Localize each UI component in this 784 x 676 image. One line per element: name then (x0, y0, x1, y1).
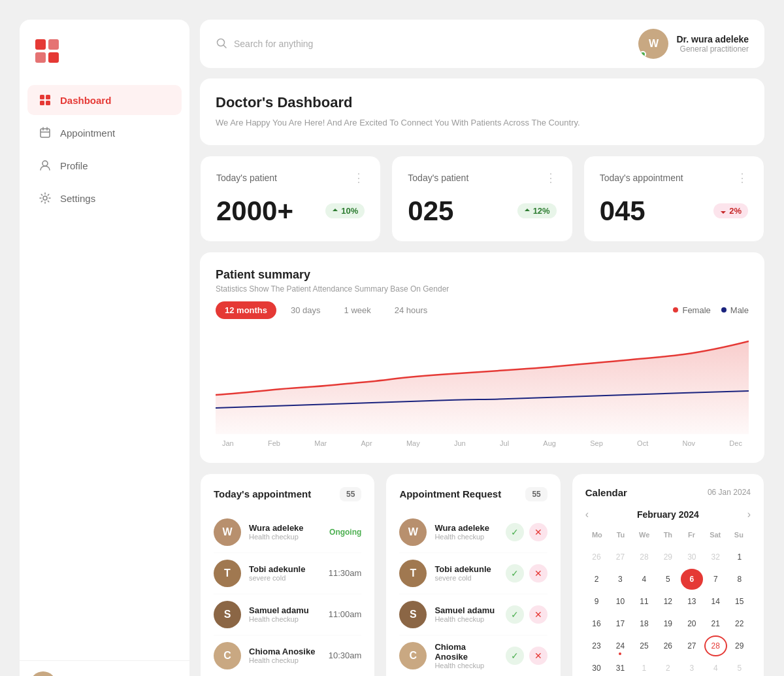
today-appointments-title: Today's appointment (214, 488, 311, 499)
stat-value-1: 025 (408, 195, 453, 227)
cal-cell[interactable]: 16 (585, 613, 608, 634)
appointment-icon (38, 126, 52, 140)
sidebar-user-avatar: W (30, 671, 56, 677)
filter-12months[interactable]: 12 months (216, 301, 276, 319)
cal-cell[interactable]: 14 (704, 591, 727, 612)
cal-cell[interactable]: 30 (585, 658, 608, 677)
request-name-3: Chioma Anosike (434, 642, 497, 662)
cal-cell[interactable]: 9 (585, 591, 608, 612)
patient-avatar-3: C (214, 642, 241, 669)
approve-button-2[interactable]: ✓ (506, 605, 524, 624)
patient-condition-2: Health checkup (249, 615, 321, 623)
sidebar-item-profile[interactable]: Profile (27, 150, 182, 180)
svg-point-13 (43, 196, 47, 200)
cal-cell[interactable]: 11 (633, 591, 655, 612)
cal-cell[interactable]: 25 (633, 635, 655, 656)
cal-cell[interactable]: 1 (728, 547, 751, 567)
cal-cell[interactable]: 6 (681, 569, 703, 590)
reject-button-3[interactable]: ✕ (529, 647, 547, 665)
cal-cell[interactable]: 24 (609, 635, 631, 656)
cal-cell[interactable]: 2 (585, 569, 608, 590)
cal-cell[interactable]: 28 (633, 547, 655, 567)
cal-cell[interactable]: 18 (633, 613, 655, 634)
cal-cell[interactable]: 5 (728, 658, 751, 677)
cal-cell[interactable]: 29 (728, 635, 751, 656)
dashboard-header: Doctor's Dashboard We Are Happy You Are … (200, 78, 764, 145)
svg-rect-2 (35, 52, 46, 63)
cal-cell[interactable]: 2 (657, 658, 679, 677)
cal-cell[interactable]: 19 (657, 613, 679, 634)
cal-cell[interactable]: 21 (704, 613, 727, 634)
reject-button-2[interactable]: ✕ (529, 605, 547, 624)
reject-button-0[interactable]: ✕ (529, 523, 547, 541)
calendar-prev-button[interactable]: ‹ (585, 509, 589, 520)
chart-legend: Female Male (673, 305, 749, 315)
stat-card-2: Today's appointment ⋮ 045 2% (583, 156, 764, 242)
cal-cell[interactable]: 8 (728, 569, 751, 590)
cal-cell[interactable]: 20 (681, 613, 703, 634)
filter-24hours[interactable]: 24 hours (385, 301, 437, 319)
cal-cell[interactable]: 1 (633, 658, 655, 677)
patient-name-3: Chioma Anosike (249, 647, 321, 656)
legend-female: Female (673, 305, 710, 315)
month-jun: Jun (454, 439, 466, 447)
cal-cell[interactable]: 29 (657, 547, 679, 567)
cal-cell[interactable]: 13 (681, 591, 703, 612)
cal-cell[interactable]: 32 (704, 547, 727, 567)
stat-badge-0: 10% (325, 203, 365, 218)
month-mar: Mar (314, 439, 327, 447)
cal-cell[interactable]: 10 (609, 591, 631, 612)
month-jan: Jan (222, 439, 234, 447)
stat-menu-1[interactable]: ⋮ (545, 171, 557, 185)
stat-value-0: 2000+ (216, 195, 293, 227)
cal-cell[interactable]: 26 (585, 547, 608, 567)
cal-cell[interactable]: 17 (609, 613, 631, 634)
patient-name-2: Samuel adamu (249, 605, 321, 615)
stat-menu-0[interactable]: ⋮ (353, 171, 365, 185)
sidebar-item-appointment[interactable]: Appointment (27, 118, 182, 148)
calendar-grid: 2627282930321234567891011121314151617181… (585, 547, 751, 677)
day-label-tu: Tu (609, 528, 632, 541)
search-area[interactable]: Search for anything (216, 37, 313, 51)
cal-cell[interactable]: 23 (585, 635, 608, 656)
search-placeholder-text: Search for anything (234, 39, 313, 49)
request-avatar-2: S (399, 601, 427, 628)
cal-cell[interactable]: 30 (681, 547, 703, 567)
calendar-current-date: 06 Jan 2024 (708, 488, 751, 497)
cal-cell[interactable]: 5 (657, 569, 679, 590)
dashboard-subtitle: We Are Happy You Are Here! And Are Excit… (216, 116, 749, 129)
cal-cell[interactable]: 4 (633, 569, 655, 590)
cal-cell[interactable]: 15 (728, 591, 751, 612)
filter-1week[interactable]: 1 week (335, 301, 380, 319)
cal-cell[interactable]: 12 (657, 591, 679, 612)
cal-cell[interactable]: 27 (609, 547, 631, 567)
sidebar-item-dashboard[interactable]: Dashboard (27, 85, 182, 115)
dashboard-title: Doctor's Dashboard (216, 94, 749, 111)
cal-cell[interactable]: 7 (704, 569, 727, 590)
month-dec: Dec (729, 439, 742, 447)
approve-button-1[interactable]: ✓ (506, 564, 524, 583)
request-avatar-1: T (399, 560, 427, 587)
appointment-status-0: Ongoing (329, 528, 361, 537)
cal-cell[interactable]: 27 (681, 635, 703, 656)
approve-button-0[interactable]: ✓ (506, 523, 524, 541)
dashboard-icon (38, 93, 52, 107)
cal-cell[interactable]: 31 (609, 658, 631, 677)
day-label-su: Su (727, 528, 751, 541)
cal-cell[interactable]: 26 (657, 635, 679, 656)
profile-icon (38, 158, 52, 173)
cal-cell[interactable]: 3 (681, 658, 703, 677)
approve-button-3[interactable]: ✓ (506, 647, 524, 665)
reject-button-1[interactable]: ✕ (529, 564, 547, 583)
cal-cell[interactable]: 4 (704, 658, 727, 677)
cal-cell[interactable]: 28 (704, 635, 727, 656)
filter-30days[interactable]: 30 days (282, 301, 330, 319)
calendar-next-button[interactable]: › (747, 509, 751, 520)
sidebar-item-settings[interactable]: Settings (27, 183, 182, 213)
cal-cell[interactable]: 22 (728, 613, 751, 634)
cal-cell[interactable]: 3 (609, 569, 631, 590)
stat-menu-2[interactable]: ⋮ (736, 171, 748, 185)
svg-line-15 (224, 45, 227, 48)
calendar-title: Calendar (585, 487, 627, 498)
stat-badge-2: 2% (713, 203, 748, 218)
